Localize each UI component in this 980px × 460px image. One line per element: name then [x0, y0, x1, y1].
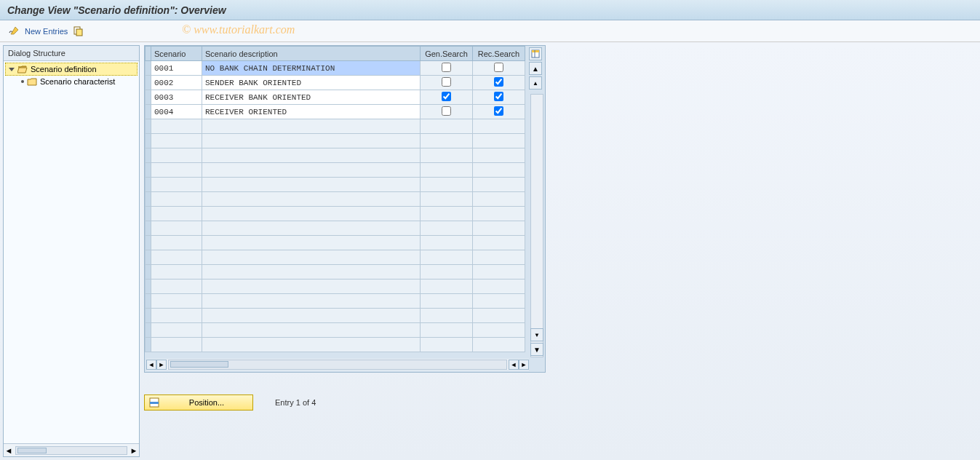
header-description[interactable]: Scenario description	[202, 47, 421, 61]
empty-cell[interactable]	[151, 163, 202, 178]
table-row-empty[interactable]	[146, 163, 525, 178]
scenario-description-field[interactable]	[202, 76, 420, 90]
empty-cell[interactable]	[421, 250, 473, 265]
empty-cell[interactable]	[473, 250, 525, 265]
empty-cell[interactable]	[421, 163, 473, 178]
scenario-table[interactable]: Scenario Scenario description Gen.Search…	[145, 46, 525, 352]
empty-cell[interactable]	[151, 250, 202, 265]
dialog-structure-tree[interactable]: Scenario definition Scenario characteris…	[4, 61, 139, 443]
row-selector[interactable]	[146, 236, 151, 250]
empty-cell[interactable]	[421, 236, 473, 250]
table-row-empty[interactable]	[146, 134, 525, 148]
row-selector[interactable]	[146, 90, 151, 105]
empty-cell[interactable]	[421, 309, 473, 323]
empty-cell[interactable]	[202, 236, 421, 250]
scroll-right-icon[interactable]: ►	[519, 360, 529, 370]
scroll-to-bottom-button[interactable]: ▼	[530, 343, 543, 356]
empty-cell[interactable]	[421, 279, 473, 294]
position-button[interactable]: Position...	[144, 394, 253, 411]
row-selector[interactable]	[146, 294, 151, 309]
empty-cell[interactable]	[202, 265, 421, 279]
empty-cell[interactable]	[202, 207, 421, 221]
row-selector[interactable]	[146, 309, 151, 323]
scenario-description-field[interactable]	[202, 90, 420, 104]
table-row[interactable]	[146, 105, 525, 119]
empty-cell[interactable]	[202, 163, 421, 178]
empty-cell[interactable]	[473, 265, 525, 279]
empty-cell[interactable]	[202, 309, 421, 323]
empty-cell[interactable]	[151, 148, 202, 163]
table-configuration-button[interactable]	[529, 47, 542, 60]
scenario-field[interactable]	[151, 90, 202, 104]
table-row-empty[interactable]	[146, 119, 525, 134]
row-selector[interactable]	[146, 76, 151, 90]
table-row-empty[interactable]	[146, 178, 525, 192]
row-selector[interactable]	[146, 148, 151, 163]
tree-node-scenario-characteristics[interactable]: Scenario characterist	[5, 76, 138, 87]
empty-cell[interactable]	[151, 338, 202, 352]
scroll-up-button[interactable]: ▲	[529, 76, 542, 90]
empty-cell[interactable]	[202, 134, 421, 148]
table-row-empty[interactable]	[146, 294, 525, 309]
scrollbar-thumb[interactable]	[17, 448, 47, 453]
empty-cell[interactable]	[473, 221, 525, 236]
empty-cell[interactable]	[421, 148, 473, 163]
table-row-empty[interactable]	[146, 148, 525, 163]
empty-cell[interactable]	[473, 323, 525, 338]
gen-search-checkbox[interactable]	[442, 92, 451, 101]
row-selector[interactable]	[146, 207, 151, 221]
empty-cell[interactable]	[202, 192, 421, 207]
empty-cell[interactable]	[421, 119, 473, 134]
scrollbar-track[interactable]	[15, 446, 127, 455]
scrollbar-thumb[interactable]	[170, 361, 228, 368]
gen-search-checkbox[interactable]	[442, 106, 451, 116]
empty-cell[interactable]	[151, 265, 202, 279]
table-row-empty[interactable]	[146, 279, 525, 294]
empty-cell[interactable]	[151, 178, 202, 192]
empty-cell[interactable]	[473, 294, 525, 309]
empty-cell[interactable]	[202, 279, 421, 294]
empty-cell[interactable]	[421, 207, 473, 221]
row-selector[interactable]	[146, 163, 151, 178]
table-row-empty[interactable]	[146, 323, 525, 338]
scroll-left-icon[interactable]: ◄	[509, 360, 519, 370]
scenario-field[interactable]	[151, 61, 202, 75]
rec-search-checkbox[interactable]	[494, 77, 503, 87]
empty-cell[interactable]	[473, 338, 525, 352]
empty-cell[interactable]	[151, 279, 202, 294]
empty-cell[interactable]	[473, 148, 525, 163]
empty-cell[interactable]	[473, 309, 525, 323]
row-selector[interactable]	[146, 134, 151, 148]
table-horizontal-scrollbar[interactable]: ◄ ► ◄ ►	[146, 359, 529, 370]
gen-search-checkbox[interactable]	[442, 63, 451, 72]
empty-cell[interactable]	[151, 221, 202, 236]
header-gen-search[interactable]: Gen.Search	[421, 47, 473, 61]
table-row-empty[interactable]	[146, 207, 525, 221]
sidebar-horizontal-scrollbar[interactable]: ◄ ►	[4, 443, 139, 456]
empty-cell[interactable]	[202, 250, 421, 265]
empty-cell[interactable]	[151, 323, 202, 338]
row-selector[interactable]	[146, 338, 151, 352]
empty-cell[interactable]	[202, 294, 421, 309]
row-selector[interactable]	[146, 178, 151, 192]
scrollbar-track[interactable]	[168, 360, 507, 370]
empty-cell[interactable]	[421, 134, 473, 148]
row-selector-header[interactable]	[146, 47, 151, 61]
freeze-right-icon[interactable]: ►	[156, 360, 167, 370]
empty-cell[interactable]	[151, 192, 202, 207]
empty-cell[interactable]	[421, 178, 473, 192]
empty-cell[interactable]	[202, 221, 421, 236]
empty-cell[interactable]	[151, 309, 202, 323]
header-scenario[interactable]: Scenario	[151, 47, 202, 61]
empty-cell[interactable]	[151, 236, 202, 250]
table-row-empty[interactable]	[146, 250, 525, 265]
table-row-empty[interactable]	[146, 192, 525, 207]
empty-cell[interactable]	[473, 236, 525, 250]
tree-node-scenario-definition[interactable]: Scenario definition	[5, 63, 138, 76]
table-row-empty[interactable]	[146, 265, 525, 279]
scenario-field[interactable]	[151, 76, 202, 90]
empty-cell[interactable]	[473, 163, 525, 178]
empty-cell[interactable]	[151, 207, 202, 221]
empty-cell[interactable]	[473, 119, 525, 134]
scenario-description-field[interactable]	[202, 61, 420, 75]
